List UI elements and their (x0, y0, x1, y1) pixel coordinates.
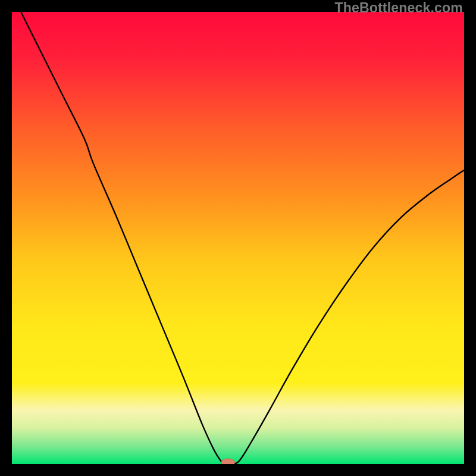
gradient-background (12, 12, 464, 464)
attribution-label: TheBottleneck.com (334, 0, 463, 16)
optimal-marker (221, 459, 235, 464)
bottleneck-plot (12, 12, 464, 464)
plot-area (12, 12, 464, 464)
chart-canvas: TheBottleneck.com (0, 0, 476, 476)
